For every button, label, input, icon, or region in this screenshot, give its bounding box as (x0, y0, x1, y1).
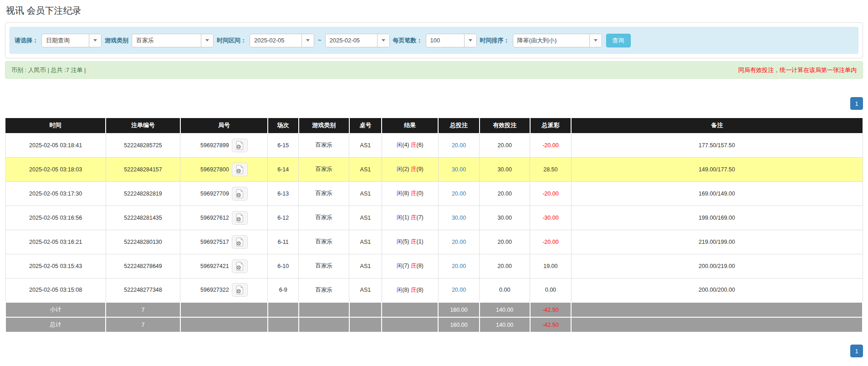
round-id-value: 596927899 (200, 142, 229, 149)
cell-table-no: AS1 (349, 278, 382, 302)
video-replay-button[interactable] (232, 163, 248, 176)
col-header-result: 结果 (382, 118, 438, 133)
cell-total-bet: 20.00 (438, 230, 479, 254)
page-size-select[interactable]: 100 (426, 34, 477, 47)
col-header-round-id: 局号 (180, 118, 268, 133)
table-row: 2025-02-05 03:16:21 522248280130 5969275… (5, 230, 863, 254)
video-replay-button[interactable] (232, 139, 248, 152)
game-type-select[interactable]: 百家乐 (132, 34, 214, 47)
cell-empty (349, 302, 382, 317)
grand-total-payout: -42.50 (530, 317, 571, 332)
pagination-bottom: 1 (5, 345, 863, 357)
sort-order-select[interactable]: 降幂(由大到小) (513, 34, 602, 47)
result-banker-score: (1) (417, 238, 424, 245)
cell-remark: 219.00/199.00 (571, 230, 863, 254)
chevron-down-icon[interactable] (377, 34, 389, 47)
video-replay-button[interactable] (232, 211, 248, 225)
cell-empty (268, 317, 299, 332)
round-id-value: 596927800 (200, 166, 229, 173)
cell-payout: -20.00 (530, 133, 571, 157)
cell-empty (571, 317, 863, 332)
result-banker-label: 庄 (411, 238, 417, 245)
table-row: 2025-02-05 03:15:08 522248277348 5969273… (5, 278, 863, 302)
result-banker-score: (7) (417, 214, 424, 221)
result-player-score: (4) (402, 142, 409, 148)
cell-round-id: 596927800 (180, 157, 268, 181)
chevron-down-icon[interactable] (89, 34, 101, 47)
cell-bet-id: 522248277348 (106, 278, 180, 302)
table-row: 2025-02-05 03:15:43 522248278649 5969274… (5, 254, 863, 278)
subtotal-valid-bet: 140.00 (480, 302, 530, 317)
col-header-payout: 总派彩 (530, 118, 571, 133)
cell-time: 2025-02-05 03:17:30 (5, 181, 106, 206)
table-row: 2025-02-05 03:18:41 522248285725 5969278… (5, 133, 863, 157)
cell-round-id: 596927612 (180, 206, 268, 230)
cell-game-type: 百家乐 (299, 157, 349, 181)
result-player-score: (7) (402, 263, 409, 269)
query-type-select[interactable]: 日期查询 (41, 34, 102, 47)
cell-round-id: 596927421 (180, 254, 268, 278)
result-player-score: (5) (402, 238, 409, 245)
triangle-glyph (594, 39, 597, 41)
video-replay-button[interactable] (232, 235, 248, 249)
video-replay-button[interactable] (232, 187, 248, 201)
cell-valid-bet: 20.00 (480, 133, 530, 157)
pagination-page-1-button[interactable]: 1 (850, 97, 863, 110)
cell-valid-bet: 20.00 (480, 181, 530, 206)
cell-empty (299, 302, 349, 317)
cell-payout: 28.50 (530, 157, 571, 181)
result-banker-label: 庄 (411, 166, 417, 172)
cell-session: 6-13 (268, 181, 299, 206)
cell-game-type: 百家乐 (299, 181, 349, 206)
cell-empty (349, 317, 382, 332)
result-banker-score: (6) (417, 142, 424, 148)
cell-empty (180, 317, 268, 332)
cell-result: 闲(2) 庄(9) (382, 157, 438, 181)
col-header-bet-id: 注单编号 (106, 118, 180, 133)
cell-time: 2025-02-05 03:16:56 (5, 206, 106, 230)
cell-time: 2025-02-05 03:15:43 (5, 254, 106, 278)
cell-game-type: 百家乐 (299, 254, 349, 278)
query-type-label: 请选择： (15, 36, 38, 45)
valid-bet-notice: 同局有效投注，统一计算在该局第一张注单内 (738, 66, 857, 74)
video-replay-button[interactable] (232, 283, 248, 297)
triangle-glyph (205, 39, 209, 41)
cell-valid-bet: 0.00 (480, 278, 530, 302)
cell-payout: 19.00 (530, 254, 571, 278)
date-from-select[interactable]: 2025-02-05 (250, 34, 314, 47)
date-range-separator: ~ (317, 37, 322, 44)
date-from-value: 2025-02-05 (250, 34, 301, 47)
cell-remark: 149.00/177.50 (571, 157, 863, 181)
col-header-table-no: 桌号 (349, 118, 382, 133)
search-button[interactable]: 查询 (606, 34, 631, 47)
chevron-down-icon[interactable] (589, 34, 602, 47)
result-player-score: (2) (402, 166, 409, 172)
chevron-down-icon[interactable] (301, 34, 314, 47)
col-header-valid-bet: 有效投注 (480, 118, 530, 133)
date-to-select[interactable]: 2025-02-05 (325, 34, 390, 47)
chevron-down-icon[interactable] (201, 34, 213, 47)
cell-session: 6-14 (268, 157, 299, 181)
chevron-down-icon[interactable] (464, 34, 476, 47)
subtotal-payout: -42.50 (530, 302, 571, 317)
result-banker-score: (8) (417, 287, 424, 293)
game-type-value: 百家乐 (132, 34, 201, 47)
result-player-label: 闲 (397, 190, 403, 196)
video-file-icon (235, 189, 244, 198)
cell-valid-bet: 20.00 (480, 254, 530, 278)
subtotal-count: 7 (106, 302, 180, 317)
sort-order-value: 降幂(由大到小) (513, 34, 589, 47)
cell-payout: -20.00 (530, 181, 571, 206)
cell-total-bet: 30.00 (438, 206, 479, 230)
cell-result: 闲(7) 庄(8) (382, 254, 438, 278)
bet-records-table: 时间 注单编号 局号 场次 游戏类别 桌号 结果 总投注 有效投注 总派彩 备注… (5, 118, 863, 333)
cell-remark: 199.00/169.00 (571, 206, 863, 230)
cell-time: 2025-02-05 03:16:21 (5, 230, 106, 254)
pagination-page-1-button[interactable]: 1 (850, 345, 863, 357)
triangle-glyph (93, 39, 97, 41)
cell-round-id: 596927709 (180, 181, 268, 206)
cell-table-no: AS1 (349, 254, 382, 278)
cell-game-type: 百家乐 (299, 133, 349, 157)
cell-result: 闲(8) 庄(0) (382, 181, 438, 206)
video-replay-button[interactable] (232, 259, 248, 273)
